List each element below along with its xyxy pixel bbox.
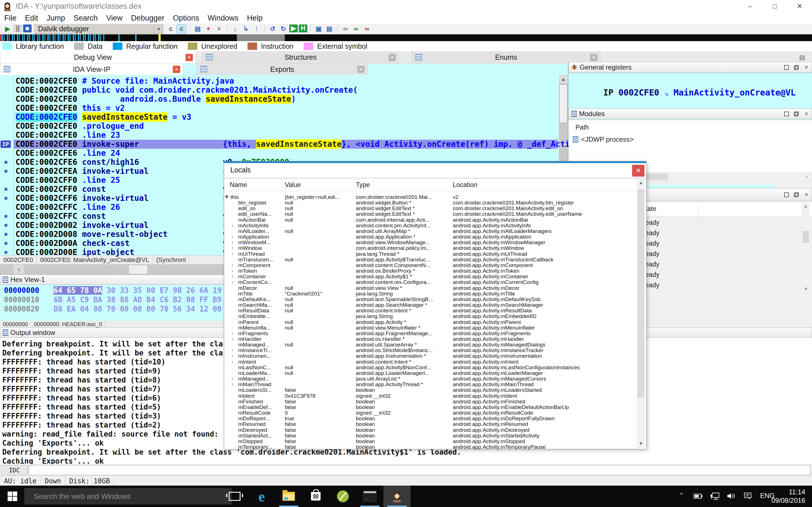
panel-close-icon[interactable]: ✕ [804,65,809,70]
menu-item-search[interactable]: Search [69,14,102,22]
locals-row[interactable]: ›mCurrentCo...android.content.res.Config… [224,279,636,285]
threads-vertical-scrollbar[interactable]: ▲ ▼ [802,202,810,293]
locals-row[interactable]: mResultDatanullandroid.content.Intent *a… [224,308,636,314]
sync-to-ip-icon[interactable]: c [177,24,186,34]
expander-closed-icon[interactable]: › [232,279,234,284]
taskbar-app-task-view[interactable] [221,486,248,507]
expander-closed-icon[interactable]: › [232,376,234,381]
add-trace-icon[interactable]: ∞ [351,24,361,34]
locals-row[interactable]: mEnableDef...falsebooleanandroid.app.Act… [224,404,636,410]
menu-item-file[interactable]: File [0,14,21,22]
locals-row[interactable]: ›mManaged...java.util.ArrayList *android… [224,376,636,382]
locals-row[interactable]: mResumedfalsebooleanandroid.app.Activity… [224,421,636,427]
expander-closed-icon[interactable]: › [232,358,234,364]
locals-row[interactable]: mDestroyedfalsebooleanandroid.app.Activi… [224,427,636,433]
tab-close-icon[interactable]: ✕ [173,66,180,73]
menu-item-edit[interactable]: Edit [21,14,43,22]
step-over-icon[interactable]: ↳ [241,24,251,34]
locals-row[interactable]: edit_userNa...nullandroid.widget.EditTex… [224,211,636,217]
menu-item-options[interactable]: Options [168,14,203,22]
panel-float-icon[interactable] [794,112,799,116]
stop-process-icon[interactable]: ■ [23,24,32,33]
close-button[interactable]: ✕ [787,0,812,12]
locals-row[interactable]: ›mWindowcom.android.internal.policy.im..… [224,245,636,251]
scrollbar-thumb[interactable] [646,173,668,180]
locals-row[interactable]: mTemporary...falsebooleanandroid.app.Act… [224,444,636,450]
general-registers-header[interactable]: General registers ✕ [569,62,812,73]
module-row[interactable]: <JDWP process> [573,135,633,144]
expander-closed-icon[interactable]: › [232,233,234,239]
locals-row[interactable]: mStartedAct...falsebooleanandroid.app.Ac… [224,433,636,439]
tab-close-icon[interactable]: ✕ [389,54,396,61]
modules-header[interactable]: Modules ✕ [569,108,812,119]
scrollbar-thumb[interactable] [638,189,644,398]
locals-row[interactable]: ›mWindowM...android.view.WindowManage...… [224,240,636,245]
idc-command-input[interactable] [29,465,810,475]
locals-row[interactable]: mEmbedde...java.lang.Stringandroid.app.A… [224,314,636,319]
pause-process-icon[interactable]: || [13,24,22,33]
panel-maximize-icon[interactable] [784,112,789,116]
expander-closed-icon[interactable]: › [232,353,234,358]
breakpoint-list-icon[interactable]: ▤ [193,24,202,34]
panel-float-icon[interactable] [794,192,799,197]
expander-closed-icon[interactable]: › [232,381,234,387]
speaker-icon[interactable] [727,492,735,500]
window-list-icon[interactable]: ▤ [798,54,806,61]
network-icon[interactable] [710,492,719,500]
locals-row[interactable]: mAllLoader...nullandroid.util.ArrayMap *… [224,228,636,234]
tab-structures[interactable]: Structures✕ [202,51,399,63]
expander-closed-icon[interactable]: › [232,222,234,228]
tab-debug-view[interactable]: Debug View✕ [0,51,196,63]
locals-row[interactable]: ›mIntentandroid.content.Intent *android.… [224,359,636,365]
taskbar-app-store[interactable] [302,486,329,507]
taskbar-app-edge[interactable]: e [248,486,275,507]
remove-trace-icon[interactable]: ∞ [362,24,371,34]
panel-maximize-icon[interactable] [784,65,789,70]
start-button[interactable] [3,486,21,507]
locals-row[interactable]: ›mActivityInfoandroid.content.pm.Activit… [224,223,636,228]
expander-closed-icon[interactable]: › [232,336,234,341]
locals-row[interactable]: mIdent0x41C3F978signed __int32android.ap… [224,393,636,399]
scroll-up-arrow[interactable]: ▲ [802,202,810,210]
menu-item-jump[interactable]: Jump [42,14,69,22]
scroll-up-arrow[interactable]: ▲ [559,75,568,83]
locals-row[interactable]: ›mInstrumen...android.app.Instrumentatio… [224,353,636,359]
maximize-button[interactable]: □ [762,0,787,12]
locals-row[interactable]: mDefaultKe...nullandroid.text.SpannableS… [224,297,636,302]
locals-column-header-value[interactable]: Value [285,181,301,189]
locals-row[interactable]: mLoaderMa...nullandroid.app.LoaderManage… [224,371,636,376]
taskbar-app-ida[interactable] [384,486,410,507]
locals-row[interactable]: mDecornullandroid.view.View *android.app… [224,285,636,291]
register-ip-row[interactable]: IP 0002CFE0 ↘ MainActivity_onCreate@VL [573,78,796,107]
expander-closed-icon[interactable]: › [232,330,234,336]
jump-forward-icon[interactable]: ↻ [278,24,288,34]
run-to-cursor-icon[interactable]: ▶ [289,24,298,33]
locals-column-header-type[interactable]: Type [356,181,370,189]
taskbar-search-box[interactable]: Search the web and Windows [24,488,232,504]
disassembly-line[interactable]: CODE:0002CFE0.line 23 [0,131,558,140]
expander-open-icon[interactable]: ▾ [225,194,228,200]
scroll-down-arrow[interactable]: ▼ [802,285,810,293]
scrollbar-thumb[interactable] [803,231,809,243]
locals-row[interactable]: mLoadersSt...falsebooleanandroid.app.Act… [224,387,636,393]
locals-row[interactable]: mTitle"Crackme0201"java.lang.Stringandro… [224,291,636,297]
scroll-left-arrow[interactable]: ‹ [13,265,24,274]
trace-window-icon[interactable]: ∞ [341,24,350,34]
scroll-down-arrow[interactable]: ▼ [637,439,645,448]
menu-item-view[interactable]: View [102,14,127,22]
locals-row[interactable]: mTranslucen...nullandroid.app.Activity$T… [224,257,636,263]
tray-expand-chevron-icon[interactable]: ⌃ [679,492,684,499]
locals-row[interactable]: ›mTokenandroid.os.BinderProxy *android.a… [224,268,636,274]
menu-item-debugger[interactable]: Debugger [127,14,169,22]
column-divider[interactable] [354,179,354,191]
locals-vertical-scrollbar[interactable]: ▲ ▼ [637,179,645,448]
tab-exports[interactable]: Exports✕ [197,64,368,75]
disassembly-line[interactable]: IPCODE:0002CFE0invoke-super{this, savedI… [0,140,558,149]
locals-row[interactable]: btn_registernullandroid.widget.Button *c… [224,200,636,206]
locals-row[interactable]: mDoReport...truebooleanandroid.app.Activ… [224,416,636,421]
open-source-window-icon[interactable]: c [166,24,175,34]
pause-at-label-icon[interactable]: H [299,24,307,33]
scroll-right-arrow[interactable]: › [803,173,811,180]
expander-closed-icon[interactable]: › [232,251,234,256]
locals-window[interactable]: Locals ✕ NameValueTypeLocation ▾this{btn… [224,161,646,449]
